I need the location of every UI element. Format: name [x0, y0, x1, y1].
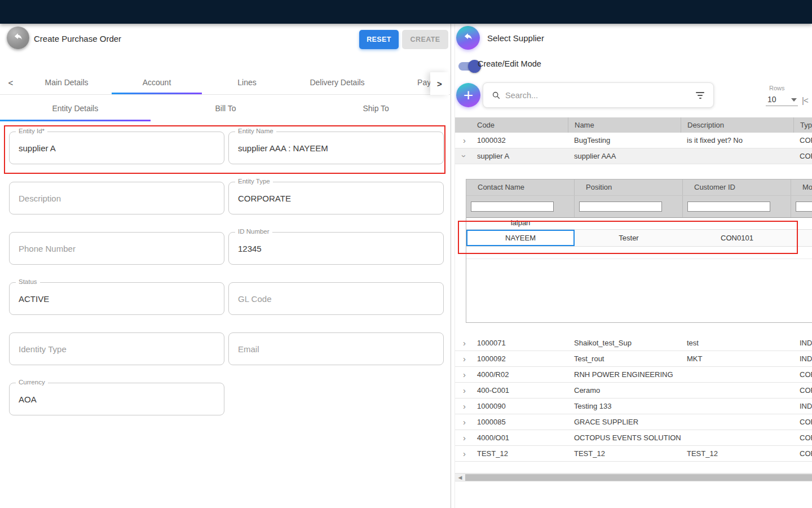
supplier-row-1000092[interactable]: ›1000092Test_routMKTINDI [455, 351, 812, 367]
field-id-number[interactable]: ID Number12345 [228, 232, 444, 265]
cell-code: 400-C001 [455, 383, 568, 398]
field-placeholder: GL Code [238, 283, 271, 314]
supplier-row-supplier-a[interactable]: ›supplier Asupplier AAACOR [455, 148, 812, 164]
chevron-right-icon[interactable]: › [463, 446, 466, 461]
cell-type: COR [793, 430, 812, 445]
subtab-ship-to[interactable]: Ship To [301, 95, 451, 121]
chevron-right-icon[interactable]: › [463, 335, 466, 351]
tab-delivery-details[interactable]: Delivery Details [292, 71, 382, 94]
contacts-filter-input-position[interactable] [579, 202, 662, 212]
scrollbar-thumb[interactable] [465, 474, 812, 481]
contacts-filter-cell-1 [575, 196, 683, 217]
field-placeholder: Description [19, 182, 61, 214]
cell-description [681, 383, 793, 398]
po-form: Entity Id*supplier AEntity Namesupplier … [9, 132, 444, 415]
field-entity-type[interactable]: Entity TypeCORPORATE [228, 182, 444, 214]
supplier-row-1000090[interactable]: ›1000090Testing 133INDI [455, 398, 812, 414]
cell-code: supplier A [455, 148, 568, 164]
field-value: 12345 [238, 233, 262, 264]
contacts-filter-input-customer-id[interactable] [687, 202, 770, 212]
contact-row-partial[interactable]: laipan [466, 218, 812, 230]
scroll-left-arrow-icon[interactable]: ◀ [456, 474, 464, 481]
cell-name: TEST_12 [568, 446, 681, 461]
contacts-column-header-position[interactable]: Position [575, 179, 683, 195]
cell-name: OCTOPUS EVENTS SOLUTION S... [568, 430, 681, 445]
field-status[interactable]: StatusACTIVE [9, 282, 224, 315]
chevron-right-icon[interactable]: › [463, 133, 466, 148]
contacts-filter-input-mobi[interactable] [796, 202, 812, 212]
subtab-entity-details[interactable]: Entity Details [0, 95, 151, 121]
field-placeholder: Identity Type [19, 333, 67, 365]
tab-account[interactable]: Account [112, 71, 202, 94]
cell-name: supplier AAA [568, 148, 681, 164]
field-phone-number[interactable]: Phone Number [9, 232, 224, 265]
reset-button[interactable]: RESET [359, 30, 399, 49]
column-header-description[interactable]: Description [681, 117, 793, 133]
column-header-type[interactable]: Type [793, 117, 812, 133]
contacts-filter-row [466, 195, 812, 218]
tab-main-details[interactable]: Main Details [21, 71, 112, 94]
cell-type: INDI [793, 335, 812, 351]
cell-code: 1000085 [455, 414, 568, 430]
caret-down-icon[interactable] [791, 98, 797, 102]
rows-per-page-select[interactable]: 10 [767, 95, 776, 104]
chevron-right-icon[interactable]: › [463, 383, 466, 398]
supplier-row-1000085[interactable]: ›1000085GRACE SUPPLIERCOR [455, 414, 812, 430]
tab-lines[interactable]: Lines [202, 71, 292, 94]
cell-code: 1000071 [455, 335, 568, 351]
field-entity-name[interactable]: Entity Namesupplier AAA : NAYEEM [228, 132, 444, 164]
filter-icon[interactable] [696, 92, 704, 99]
contacts-filter-input-contact-name[interactable] [471, 202, 554, 212]
create-button[interactable]: CREATE [402, 30, 448, 49]
chevron-down-icon[interactable]: › [457, 155, 472, 157]
contacts-column-header-mobi[interactable]: Mobi [791, 179, 812, 195]
create-edit-mode-toggle[interactable] [458, 62, 479, 71]
field-currency[interactable]: CurrencyAOA [9, 383, 224, 415]
horizontal-scrollbar[interactable]: ◀ [455, 473, 812, 481]
chevron-right-icon[interactable]: › [463, 351, 466, 366]
contact-name-cell[interactable]: NAYEEM [466, 230, 575, 246]
field-entity-id[interactable]: Entity Id*supplier A [9, 132, 224, 164]
first-page-icon[interactable]: |< [802, 95, 808, 105]
field-identity-type[interactable]: Identity Type [9, 332, 224, 365]
contacts-column-header-contact-name[interactable]: Contact Name [466, 179, 575, 195]
supplier-table-rows-top: ›1000032BugTestingis it fixed yet? NoCOR… [455, 133, 812, 164]
supplier-row-test-12[interactable]: ›TEST_12TEST_12TEST_12COR [455, 446, 812, 462]
supplier-row-400-c001[interactable]: ›400-C001CeramoCOR [455, 383, 812, 398]
toggle-label: Create/Edit Mode [478, 59, 541, 68]
field-email[interactable]: Email [228, 332, 444, 365]
contacts-header-row: Contact NamePositionCustomer IDMobi [466, 179, 812, 195]
field-value: AOA [19, 383, 37, 415]
chevron-right-icon[interactable]: › [463, 398, 466, 414]
back-button[interactable] [7, 27, 29, 49]
supplier-row-1000071[interactable]: ›1000071Shaikot_test_SuptestINDI [455, 335, 812, 351]
cell-code: 4000/O01 [455, 430, 568, 445]
tabs-scroll-right-icon[interactable]: > [430, 72, 449, 95]
add-supplier-button[interactable]: + [456, 83, 480, 107]
supplier-row-1000032[interactable]: ›1000032BugTestingis it fixed yet? NoCOR [455, 133, 812, 148]
cell-description [681, 148, 793, 164]
chevron-right-icon[interactable]: › [463, 367, 466, 382]
cell-name: BugTesting [568, 133, 681, 148]
field-description[interactable]: Description [9, 182, 224, 214]
chevron-right-icon[interactable]: › [463, 430, 466, 445]
supplier-row-4000-o01[interactable]: ›4000/O01OCTOPUS EVENTS SOLUTION S...COR [455, 430, 812, 446]
subtab-bill-to[interactable]: Bill To [151, 95, 301, 121]
column-header-code[interactable]: Code [455, 117, 568, 133]
back-arrow-icon [462, 31, 474, 45]
field-placeholder: Phone Number [19, 233, 76, 264]
plus-icon: + [464, 87, 474, 104]
tabs-scroll-left-icon[interactable]: < [0, 71, 21, 94]
supplier-back-button[interactable] [456, 26, 480, 50]
chevron-right-icon[interactable]: › [463, 414, 466, 430]
column-header-name[interactable]: Name [568, 117, 681, 133]
supplier-row-4000-r02[interactable]: ›4000/R02RNH POWER ENGINEERINGCOR [455, 367, 812, 383]
contact-row-selected[interactable]: NAYEEM Tester CON0101 [466, 230, 812, 247]
search-input[interactable] [505, 91, 696, 100]
page-title: Create Purchase Order [34, 34, 121, 43]
cell-name: RNH POWER ENGINEERING [568, 367, 681, 382]
contacts-column-header-customer-id[interactable]: Customer ID [683, 179, 791, 195]
cell-type: COR [793, 133, 812, 148]
cell-code: 1000092 [455, 351, 568, 366]
field-gl-code[interactable]: GL Code [228, 282, 444, 315]
